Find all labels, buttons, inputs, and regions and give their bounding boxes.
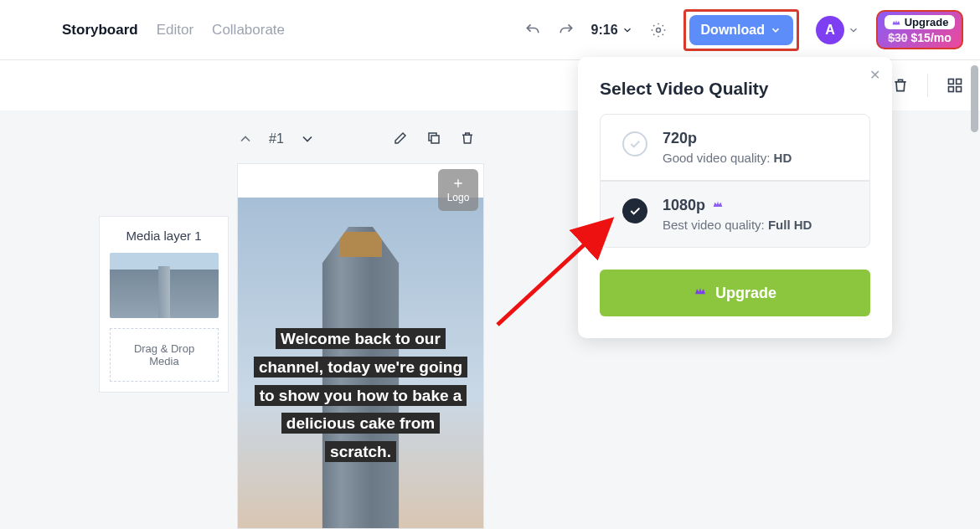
crown-icon [694,285,707,302]
trash-icon[interactable] [460,131,475,146]
move-up-icon[interactable] [237,131,254,147]
media-dropzone[interactable]: Drag & Drop Media [110,328,219,382]
quality-name: 1080p [663,197,705,214]
svg-rect-3 [949,87,954,92]
scrollbar-thumb[interactable] [971,65,978,132]
scene-nav: #1 [237,131,316,147]
tab-editor[interactable]: Editor [157,22,193,39]
scene-media: Welcome back to our channel, today we're… [238,198,483,528]
chevron-down-icon [848,24,859,36]
scene-preview[interactable]: Welcome back to our channel, today we're… [237,163,484,529]
aspect-ratio-value: 9:16 [591,23,618,38]
toolbar-divider [927,74,928,97]
grid-view-icon[interactable] [946,77,963,94]
svg-rect-4 [957,87,962,92]
quality-desc-bold: Full HD [768,218,812,232]
chevron-down-icon [770,24,781,36]
svg-point-0 [656,28,660,32]
quality-name: 720p [663,130,697,147]
svg-rect-2 [957,80,962,85]
video-quality-popover: ✕ Select Video Quality 720p Good video q… [578,57,892,338]
chevron-down-icon [622,24,633,36]
svg-rect-5 [431,136,439,143]
close-icon[interactable]: ✕ [869,67,880,83]
download-label: Download [701,23,765,38]
scene-number: #1 [269,131,284,146]
move-down-icon[interactable] [299,131,316,147]
duplicate-icon[interactable] [426,131,441,146]
quality-desc-prefix: Good video quality: [663,151,774,165]
settings-sparkle-icon[interactable] [650,22,667,39]
logo-placeholder[interactable]: Logo [438,169,478,211]
upgrade-button-label: Upgrade [715,285,776,302]
header-right: 9:16 Download A Upgrade $30 $15/mo [524,9,963,51]
account-menu[interactable]: A [816,16,859,44]
logo-label: Logo [447,192,470,203]
app-header: Storyboard Editor Collaborate 9:16 Downl… [0,0,980,60]
tab-storyboard[interactable]: Storyboard [62,22,138,39]
quality-desc-bold: HD [774,151,792,165]
upgrade-pill-label: Upgrade [905,16,949,28]
upgrade-button[interactable]: Upgrade [600,270,870,316]
media-layer-title: Media layer 1 [110,229,218,243]
trash-icon[interactable] [892,77,909,94]
crown-icon [891,18,901,28]
crown-icon [712,197,724,214]
svg-rect-1 [949,80,954,85]
download-button[interactable]: Download [689,15,793,45]
media-layer-card: Media layer 1 Drag & Drop Media [99,216,229,393]
quality-option-720p[interactable]: 720p Good video quality: HD [600,114,870,181]
new-price: $15/mo [911,31,952,44]
scene-caption[interactable]: Welcome back to our channel, today we're… [238,325,483,466]
upgrade-pill[interactable]: Upgrade $30 $15/mo [876,10,963,49]
quality-option-1080p[interactable]: 1080p Best video quality: Full HD [600,181,870,248]
plus-icon [451,177,465,190]
dropzone-line2: Media [149,355,178,367]
caption-text: Welcome back to our channel, today we're… [254,328,467,462]
header-tabs: Storyboard Editor Collaborate [62,22,285,39]
aspect-ratio-selector[interactable]: 9:16 [591,23,633,38]
check-circle-icon [622,131,647,157]
media-thumbnail[interactable] [110,253,219,318]
dropzone-line1: Drag & Drop [134,342,194,355]
scene-tools [393,131,475,146]
quality-desc-prefix: Best video quality: [663,218,768,232]
download-highlight-box: Download [683,9,799,51]
undo-icon[interactable] [524,22,541,39]
tab-collaborate[interactable]: Collaborate [212,22,285,39]
check-circle-icon [622,198,647,223]
old-price: $30 [888,31,907,44]
popover-title: Select Video Quality [578,79,892,114]
edit-icon[interactable] [393,131,408,146]
redo-icon[interactable] [558,22,575,39]
avatar: A [816,16,844,44]
